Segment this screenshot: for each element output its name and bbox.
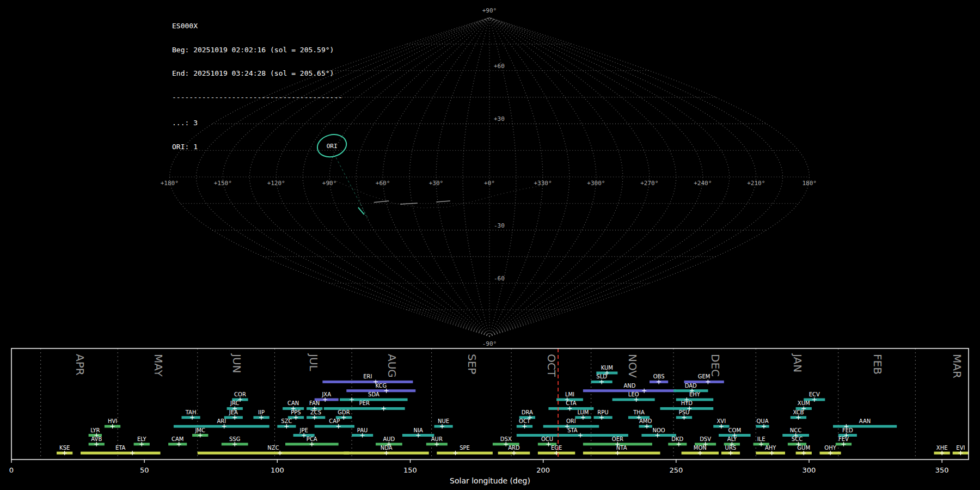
begin-time-line: Beg: 20251019 02:02:16 (sol = 205.59°)	[172, 46, 342, 54]
shower-label-AUD: AUD	[383, 436, 395, 442]
month-label-DEC: DEC	[709, 354, 722, 377]
observation-summary: ES000X Beg: 20251019 02:02:16 (sol = 205…	[172, 7, 342, 167]
shower-label-CAP: CAP	[329, 418, 340, 424]
peak-marker-PCA	[310, 442, 314, 446]
month-label-OCT: OCT	[545, 354, 558, 377]
shower-label-DSV: DSV	[700, 436, 711, 442]
peak-marker-PER	[382, 406, 386, 411]
shower-label-JMC: JMC	[194, 427, 205, 433]
month-label-AUG: AUG	[385, 354, 399, 378]
shower-label-SPE: SPE	[460, 445, 470, 451]
peak-marker-JXA	[323, 397, 327, 402]
shower-label-KCG: KCG	[375, 383, 387, 389]
shower-label-XHE: XHE	[936, 445, 948, 451]
shower-label-AHY: AHY	[765, 445, 776, 451]
peak-marker-TAH	[190, 415, 194, 420]
peak-marker-JPE	[302, 433, 306, 438]
shower-label-OCU: OCU	[541, 436, 553, 442]
peak-marker-PAU	[360, 433, 365, 438]
shower-label-THA: THA	[633, 409, 645, 415]
shower-label-OHY: OHY	[824, 445, 836, 451]
shower-label-RPU: RPU	[597, 409, 608, 415]
shower-label-HVI: HVI	[108, 418, 117, 424]
peak-marker-PSU	[682, 415, 687, 420]
station-code: ES000X	[172, 22, 342, 30]
peak-marker-NUE	[440, 424, 444, 428]
shower-bar-ETA	[81, 452, 161, 455]
shower-label-NUE: NUE	[438, 418, 449, 424]
shower-label-XVI: XVI	[716, 418, 726, 424]
peak-marker-ARI	[222, 424, 226, 428]
shower-label-IIP: IIP	[258, 409, 265, 415]
peak-marker-JEA	[232, 415, 237, 420]
shower-label-STA: STA	[567, 427, 578, 433]
peak-marker-AHY	[770, 451, 774, 455]
peak-marker-NDA	[384, 451, 389, 455]
shower-label-ALY: ALY	[727, 436, 737, 442]
shower-label-CAM: CAM	[171, 436, 183, 442]
peak-marker-XVI	[719, 424, 724, 428]
shower-label-PSU: PSU	[679, 409, 690, 415]
shower-label-NIA: NIA	[414, 427, 423, 433]
shower-label-PPS: PPS	[291, 409, 301, 415]
shower-label-ILE: ILE	[757, 436, 765, 442]
shower-label-AMO: AMO	[639, 418, 652, 424]
month-label-FEB: FEB	[871, 354, 884, 375]
shower-label-PCA: PCA	[307, 436, 317, 442]
shower-label-OER: OER	[612, 436, 623, 442]
shower-label-LYR: LYR	[90, 427, 100, 433]
month-label-JAN: JAN	[791, 353, 804, 372]
peak-marker-HVI	[111, 424, 115, 428]
shower-label-AUR: AUR	[431, 436, 443, 442]
month-label-APR: APR	[74, 354, 87, 376]
peak-marker-SSG	[232, 442, 237, 446]
peak-marker-NTA	[615, 451, 620, 455]
shower-label-LEO: LEO	[628, 391, 639, 397]
shower-label-OBS: OBS	[653, 373, 665, 379]
shower-count: ORI: 1	[172, 143, 342, 151]
shower-label-XUM: XUM	[798, 400, 810, 406]
peak-marker-GEM	[706, 379, 710, 384]
peak-marker-SZC	[284, 424, 289, 428]
peak-marker-FEV	[842, 442, 846, 446]
peak-marker-OHY	[828, 451, 832, 455]
peak-marker-DKD	[677, 442, 681, 446]
peak-marker-QUA	[762, 424, 766, 428]
peak-marker-ARD	[512, 451, 516, 455]
shower-bar-KCG	[346, 389, 415, 392]
shower-label-ARD: ARD	[508, 445, 520, 451]
separator-line: ----------------------------------------	[172, 94, 342, 102]
peak-marker-NZC	[278, 451, 282, 455]
peak-marker-URS	[728, 451, 733, 455]
activity-timeline: APRMAYJUNJULAUGSEPOCTNOVDECJANFEBMARKUME…	[0, 0, 980, 490]
x-tick-label: 50	[140, 466, 149, 474]
shower-label-CTA: CTA	[566, 400, 576, 406]
peak-marker-CAM	[177, 442, 181, 446]
x-tick-label: 200	[536, 466, 550, 474]
peak-marker-OCT	[523, 424, 527, 428]
x-tick-label: 100	[271, 466, 284, 474]
peak-marker-JMC	[198, 433, 203, 438]
shower-bar-SPE	[437, 452, 493, 455]
shower-label-KUM: KUM	[601, 365, 613, 371]
shower-label-JXA: JXA	[321, 391, 331, 397]
shower-label-XCB: XCB	[793, 409, 804, 415]
peak-marker-AMO	[645, 424, 649, 428]
x-axis-title: Solar longitude (deg)	[450, 476, 530, 485]
shower-label-GDR: GDR	[338, 409, 350, 415]
shower-label-ERI: ERI	[363, 373, 372, 379]
peak-marker-SDA	[350, 397, 354, 402]
x-tick-label: 350	[935, 466, 949, 474]
shower-label-URS: URS	[725, 445, 737, 451]
month-label-NOV: NOV	[626, 354, 639, 378]
shower-label-MON: MON	[694, 445, 707, 451]
peak-marker-OCU	[546, 442, 550, 446]
shower-label-LMI: LMI	[565, 391, 574, 397]
peak-marker-AND	[642, 389, 646, 393]
shower-label-HYD: HYD	[681, 400, 693, 406]
peak-marker-RPU	[599, 415, 604, 420]
shower-label-JPE: JPE	[299, 427, 308, 433]
shower-label-GUM: GUM	[797, 445, 810, 451]
shower-label-ARI: ARI	[217, 418, 226, 424]
shower-label-NOO: NOO	[652, 427, 665, 433]
